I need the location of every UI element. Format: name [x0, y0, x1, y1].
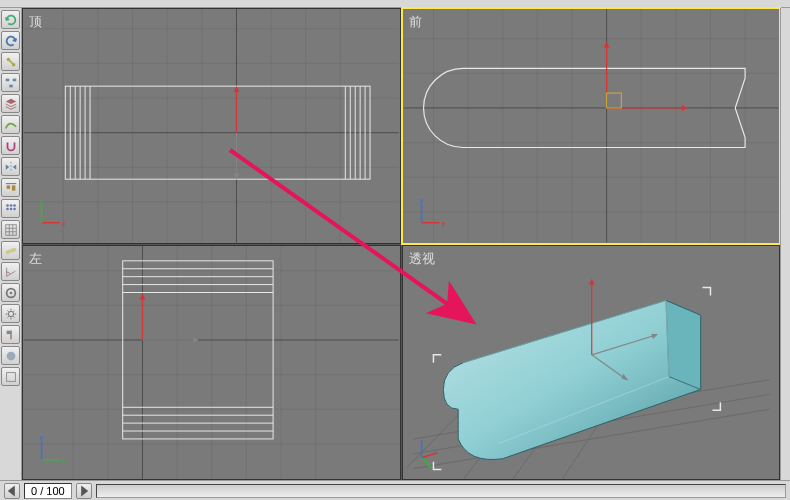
top-menu-bar[interactable] [0, 0, 790, 8]
left-toolbar [0, 8, 22, 480]
svg-rect-25 [6, 330, 11, 334]
timeline-prev[interactable] [4, 483, 20, 499]
tool-misc[interactable] [1, 346, 20, 365]
tool-settings[interactable] [1, 304, 20, 323]
svg-line-2 [9, 60, 13, 64]
svg-text:y: y [40, 432, 44, 441]
svg-line-125 [421, 457, 431, 467]
tool-layers[interactable] [1, 94, 20, 113]
viewport-perspective[interactable]: 透视 [402, 245, 781, 481]
viewport-left-canvas: z y [23, 246, 400, 480]
tool-mirror[interactable] [1, 157, 20, 176]
command-panel[interactable] [780, 8, 790, 480]
svg-rect-28 [6, 372, 15, 381]
timeline-next[interactable] [76, 483, 92, 499]
svg-point-14 [9, 207, 12, 210]
tool-last[interactable] [1, 367, 20, 386]
svg-rect-3 [5, 78, 9, 81]
svg-rect-8 [6, 185, 10, 189]
svg-rect-4 [12, 78, 16, 81]
tool-manage[interactable] [1, 283, 20, 302]
svg-text:z: z [61, 455, 65, 464]
tool-array[interactable] [1, 199, 20, 218]
svg-point-27 [6, 351, 15, 360]
svg-point-23 [9, 291, 12, 294]
svg-text:x: x [441, 219, 445, 228]
tool-curve[interactable] [1, 115, 20, 134]
tool-schematic[interactable] [1, 73, 20, 92]
viewport-label-left: 左 [29, 250, 42, 268]
svg-rect-16 [5, 224, 16, 235]
svg-point-24 [8, 311, 13, 316]
viewport-label-top: 顶 [29, 13, 42, 31]
viewport-top[interactable]: 顶 [22, 8, 401, 244]
timeline-bar: 0 / 100 [0, 480, 790, 500]
svg-text:y: y [419, 196, 423, 205]
viewport-left[interactable]: 左 [22, 245, 401, 481]
svg-point-11 [9, 204, 12, 207]
viewport-front[interactable]: 前 x y [402, 8, 781, 244]
tool-measure[interactable] [1, 241, 20, 260]
svg-rect-9 [11, 185, 15, 190]
tool-link[interactable] [1, 52, 20, 71]
svg-text:z: z [40, 196, 44, 205]
svg-rect-79 [606, 93, 621, 108]
tool-redo[interactable] [1, 31, 20, 50]
viewport-label-front: 前 [409, 13, 422, 31]
tool-align[interactable] [1, 178, 20, 197]
time-slider[interactable] [96, 484, 786, 498]
svg-rect-21 [5, 247, 16, 254]
viewport-top-canvas: x z [23, 9, 400, 243]
svg-rect-5 [9, 84, 13, 87]
viewport-perspective-canvas [403, 246, 780, 480]
frame-counter[interactable]: 0 / 100 [24, 483, 72, 499]
viewport-area: 顶 [22, 8, 780, 480]
tool-grid[interactable] [1, 220, 20, 239]
svg-rect-26 [10, 334, 12, 339]
tool-snap[interactable] [1, 136, 20, 155]
svg-text:x: x [61, 219, 65, 228]
svg-point-10 [6, 204, 9, 207]
svg-point-15 [13, 207, 16, 210]
svg-point-13 [6, 207, 9, 210]
svg-rect-98 [123, 260, 273, 438]
tool-undo[interactable] [1, 10, 20, 29]
tool-angle[interactable] [1, 262, 20, 281]
tool-hammer[interactable] [1, 325, 20, 344]
svg-point-12 [13, 204, 16, 207]
viewport-label-perspective: 透视 [409, 250, 435, 268]
svg-line-123 [421, 452, 437, 457]
viewport-front-canvas: x y [403, 9, 780, 243]
